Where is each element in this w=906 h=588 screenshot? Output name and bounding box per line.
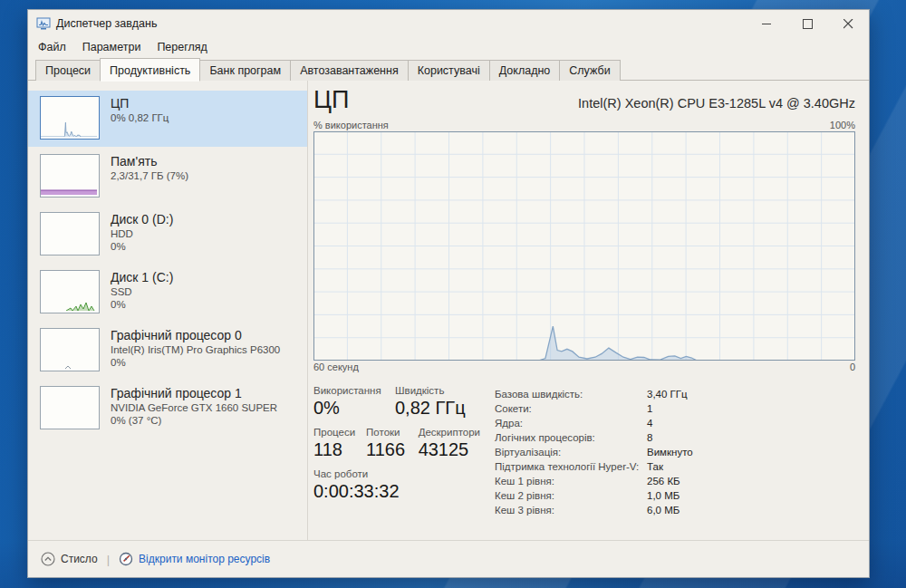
sidebar-text-disk0: Диск 0 (D:)HDD0% bbox=[111, 211, 173, 253]
sidebar-thumbnail-memory bbox=[40, 154, 100, 198]
kv-label: Базова швидкість: bbox=[495, 387, 647, 401]
sidebar-subtitle-gpu1-1: 0% (37 °C) bbox=[111, 414, 277, 427]
stat-label: Процеси bbox=[313, 427, 355, 438]
stat-value: 0% bbox=[313, 398, 388, 419]
tab-services[interactable]: Служби bbox=[559, 60, 620, 81]
kv-value: 1,0 МБ bbox=[647, 488, 680, 503]
sidebar-title-gpu1: Графічний процесор 1 bbox=[111, 385, 277, 401]
sidebar-subtitle-memory-0: 2,3/31,7 ГБ (7%) bbox=[111, 169, 188, 182]
sidebar-thumbnail-cpu bbox=[40, 96, 100, 140]
sidebar-title-memory: Пам'ять bbox=[111, 153, 188, 169]
menu-item-view[interactable]: Перегляд bbox=[149, 39, 215, 55]
fewer-details-label: Стисло bbox=[61, 553, 98, 565]
cpu-panel-title: ЦП bbox=[313, 86, 349, 113]
resource-monitor-label: Відкрити монітор ресурсів bbox=[139, 553, 270, 565]
sidebar-item-memory[interactable]: Пам'ять2,3/31,7 ГБ (7%) bbox=[28, 149, 307, 205]
kv-label: Кеш 2 рівня: bbox=[495, 488, 647, 503]
sidebar-subtitle-gpu0-0: Intel(R) Iris(TM) Pro Graphics P6300 bbox=[111, 343, 280, 356]
footer-bar: Стисло | Відкрити монітор ресурсів bbox=[28, 540, 869, 577]
kv-row: Логічних процесорів:8 bbox=[495, 430, 693, 445]
sidebar-subtitle-cpu-0: 0% 0,82 ГГц bbox=[111, 111, 169, 124]
sidebar-item-disk0[interactable]: Диск 0 (D:)HDD0% bbox=[28, 207, 307, 263]
graph-xlabel-left: 60 секунд bbox=[313, 361, 359, 372]
sidebar-item-cpu[interactable]: ЦП0% 0,82 ГГц bbox=[28, 91, 307, 147]
kv-label: Підтримка технології Hyper-V: bbox=[495, 459, 647, 474]
window-title: Диспетчер завдань bbox=[56, 17, 747, 30]
kv-value: 6,0 МБ bbox=[647, 503, 680, 517]
kv-row: Сокети:1 bbox=[495, 401, 693, 416]
kv-label: Кеш 1 рівня: bbox=[495, 474, 647, 488]
sidebar-subtitle-disk0-1: 0% bbox=[111, 240, 173, 253]
tab-app-history[interactable]: Банк програм bbox=[199, 60, 291, 81]
performance-sidebar: ЦП0% 0,82 ГГцПам'ять2,3/31,7 ГБ (7%)Диск… bbox=[28, 81, 307, 540]
menu-item-file[interactable]: Файл bbox=[30, 39, 74, 55]
cpu-detail-panel: ЦП Intel(R) Xeon(R) CPU E3-1285L v4 @ 3.… bbox=[308, 81, 869, 540]
cpu-stats: Використання0%Швидкість0,82 ГГцПроцеси11… bbox=[313, 385, 855, 517]
kv-value: 256 КБ bbox=[647, 474, 680, 488]
tab-processes[interactable]: Процеси bbox=[35, 60, 101, 81]
stat-value: 0:00:33:32 bbox=[313, 481, 400, 502]
stat-value: 43125 bbox=[419, 439, 480, 460]
open-resource-monitor-link[interactable]: Відкрити монітор ресурсів bbox=[119, 552, 270, 566]
task-manager-app-icon bbox=[36, 16, 51, 31]
kv-value: 1 bbox=[647, 401, 652, 416]
stat-потоки: Потоки1166 bbox=[366, 427, 408, 460]
stat-label: Час роботи bbox=[313, 468, 400, 479]
graph-xlabel-right: 0 bbox=[850, 361, 855, 372]
kv-row: Віртуалізація:Вимкнуто bbox=[495, 445, 693, 459]
tab-performance[interactable]: Продуктивність bbox=[100, 58, 200, 82]
sidebar-subtitle-gpu0-1: 0% bbox=[111, 356, 280, 369]
menu-item-options[interactable]: Параметри bbox=[74, 39, 149, 55]
title-bar: Диспетчер завдань bbox=[28, 10, 869, 37]
stat-value: 118 bbox=[313, 439, 355, 460]
kv-label: Сокети: bbox=[495, 401, 647, 416]
kv-value: Вимкнуто bbox=[647, 445, 693, 459]
stat-label: Використання bbox=[313, 385, 388, 396]
close-button[interactable] bbox=[828, 10, 869, 37]
sidebar-item-disk1[interactable]: Диск 1 (C:)SSD0% bbox=[28, 265, 307, 321]
stat-label: Дескриптори bbox=[419, 427, 480, 438]
stat-час-роботи: Час роботи0:00:33:32 bbox=[313, 468, 400, 502]
kv-value: 4 bbox=[647, 416, 652, 430]
task-manager-window: Диспетчер завдань ФайлПараметриПерегляд … bbox=[27, 9, 870, 578]
graph-ylabel: % використання bbox=[313, 120, 389, 130]
sidebar-subtitle-disk1-0: SSD bbox=[111, 285, 173, 298]
resource-monitor-gauge-icon bbox=[119, 552, 133, 566]
sidebar-title-disk1: Диск 1 (C:) bbox=[111, 269, 173, 285]
fewer-details-button[interactable]: Стисло bbox=[41, 552, 98, 566]
cpu-stats-dynamic: Використання0%Швидкість0,82 ГГцПроцеси11… bbox=[313, 385, 491, 517]
sidebar-thumbnail-gpu1 bbox=[40, 386, 100, 429]
sidebar-title-gpu0: Графічний процесор 0 bbox=[111, 327, 280, 343]
sidebar-text-gpu1: Графічний процесор 1NVIDIA GeForce GTX 1… bbox=[111, 385, 277, 427]
menu-bar: ФайлПараметриПерегляд bbox=[28, 37, 869, 57]
sidebar-text-cpu: ЦП0% 0,82 ГГц bbox=[111, 95, 169, 124]
stat-швидкість: Швидкість0,82 ГГц bbox=[395, 385, 466, 419]
kv-label: Кеш 3 рівня: bbox=[495, 503, 647, 517]
sidebar-item-gpu1[interactable]: Графічний процесор 1NVIDIA GeForce GTX 1… bbox=[28, 381, 307, 437]
stat-label: Потоки bbox=[366, 427, 408, 438]
sidebar-subtitle-disk1-1: 0% bbox=[111, 298, 173, 311]
footer-separator: | bbox=[107, 553, 110, 566]
tab-details[interactable]: Докладно bbox=[489, 60, 561, 81]
chevron-up-circle-icon bbox=[41, 552, 55, 566]
kv-label: Логічних процесорів: bbox=[495, 430, 647, 445]
kv-row: Ядра:4 bbox=[495, 416, 693, 430]
stat-row: Використання0%Швидкість0,82 ГГц bbox=[313, 385, 491, 419]
sidebar-title-disk0: Диск 0 (D:) bbox=[111, 211, 173, 227]
kv-label: Ядра: bbox=[495, 416, 647, 430]
minimize-button[interactable] bbox=[747, 10, 787, 37]
sidebar-subtitle-disk0-0: HDD bbox=[111, 227, 173, 240]
tab-startup[interactable]: Автозавантаження bbox=[290, 60, 409, 81]
cpu-model-name: Intel(R) Xeon(R) CPU E3-1285L v4 @ 3.40G… bbox=[578, 96, 855, 113]
sidebar-item-gpu0[interactable]: Графічний процесор 0Intel(R) Iris(TM) Pr… bbox=[28, 323, 307, 379]
cpu-usage-graph bbox=[313, 131, 855, 361]
sidebar-subtitle-gpu1-0: NVIDIA GeForce GTX 1660 SUPER bbox=[111, 401, 277, 414]
graph-ymax-label: 100% bbox=[830, 120, 855, 130]
stat-дескриптори: Дескриптори43125 bbox=[419, 427, 480, 460]
stat-label: Швидкість bbox=[395, 385, 466, 396]
maximize-button[interactable] bbox=[787, 10, 828, 37]
sidebar-text-memory: Пам'ять2,3/31,7 ГБ (7%) bbox=[111, 153, 188, 182]
sidebar-thumbnail-disk0 bbox=[40, 212, 100, 255]
tab-users[interactable]: Користувачі bbox=[408, 60, 490, 81]
kv-value: Так bbox=[647, 459, 663, 474]
